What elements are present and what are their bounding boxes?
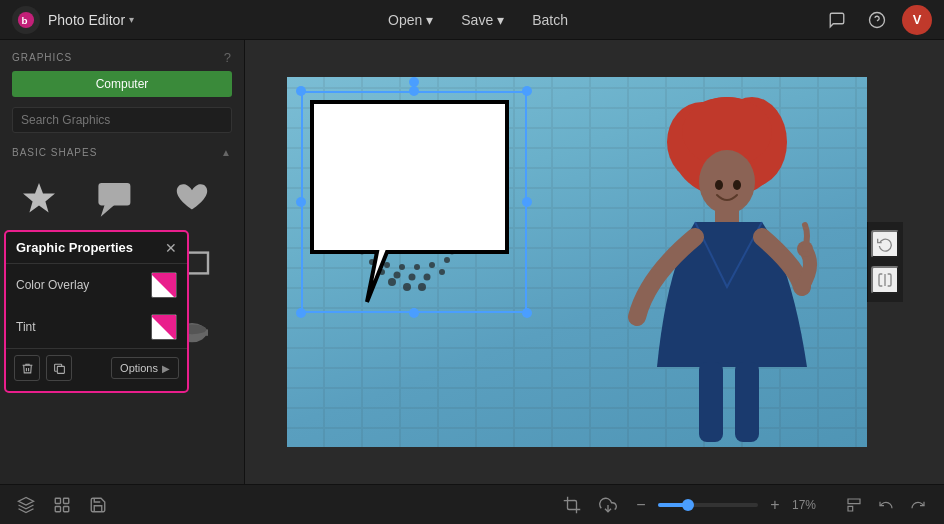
svg-point-24 bbox=[699, 150, 755, 214]
zoom-out-button[interactable]: − bbox=[630, 494, 652, 516]
app-title-text: Photo Editor bbox=[48, 12, 125, 28]
help-button[interactable] bbox=[862, 5, 892, 35]
graphic-properties-close[interactable]: ✕ bbox=[165, 241, 177, 255]
open-label: Open bbox=[388, 12, 422, 28]
svg-marker-5 bbox=[102, 205, 113, 215]
save-arrow: ▾ bbox=[497, 12, 504, 28]
graphics-section-title: GRAPHICS ? bbox=[0, 40, 244, 71]
tint-label: Tint bbox=[16, 320, 36, 334]
crop-button[interactable] bbox=[558, 491, 586, 519]
search-graphics-input[interactable] bbox=[12, 107, 232, 133]
save-button[interactable]: Save ▾ bbox=[451, 8, 514, 32]
bottom-bar: − + 17% bbox=[0, 484, 944, 524]
open-button[interactable]: Open ▾ bbox=[378, 8, 443, 32]
svg-point-30 bbox=[733, 180, 741, 190]
batch-label: Batch bbox=[532, 12, 568, 28]
svg-marker-3 bbox=[23, 183, 55, 213]
graphic-item-star[interactable] bbox=[8, 168, 70, 230]
selection-handles bbox=[301, 91, 527, 313]
computer-button[interactable]: Computer bbox=[12, 71, 232, 97]
open-arrow: ▾ bbox=[426, 12, 433, 28]
save-bottom-button[interactable] bbox=[84, 491, 112, 519]
basic-shapes-label: BASIC SHAPES bbox=[12, 147, 97, 158]
svg-marker-51 bbox=[19, 497, 34, 505]
right-sidebar bbox=[867, 222, 903, 302]
svg-rect-28 bbox=[735, 362, 759, 442]
woman-figure bbox=[547, 87, 847, 447]
comment-button[interactable] bbox=[822, 5, 852, 35]
user-initial: V bbox=[913, 12, 922, 27]
undo-button[interactable] bbox=[872, 491, 900, 519]
svg-rect-53 bbox=[64, 498, 69, 503]
options-arrow: ▶ bbox=[162, 363, 170, 374]
zoom-percent: 17% bbox=[792, 498, 824, 512]
save-label: Save bbox=[461, 12, 493, 28]
delete-graphic-button[interactable] bbox=[14, 355, 40, 381]
zoom-slider[interactable] bbox=[658, 503, 758, 507]
zoom-plus-label: + bbox=[770, 496, 779, 514]
computer-btn-label: Computer bbox=[96, 77, 149, 91]
rotate-ccw-button[interactable] bbox=[871, 230, 899, 258]
history-button[interactable] bbox=[48, 491, 76, 519]
svg-rect-27 bbox=[699, 362, 723, 442]
zoom-minus-label: − bbox=[636, 496, 645, 514]
aspect-ratio-button[interactable] bbox=[840, 491, 868, 519]
top-bar-right: V bbox=[822, 5, 932, 35]
canvas-area[interactable] bbox=[245, 40, 944, 484]
svg-point-29 bbox=[715, 180, 723, 190]
layers-button[interactable] bbox=[12, 491, 40, 519]
svg-rect-55 bbox=[64, 506, 69, 511]
export-button[interactable] bbox=[594, 491, 622, 519]
top-bar-center: Open ▾ Save ▾ Batch bbox=[134, 8, 822, 32]
main-content: GRAPHICS ? Computer BASIC SHAPES ▲ bbox=[0, 40, 944, 484]
svg-text:b: b bbox=[22, 14, 28, 25]
user-avatar[interactable]: V bbox=[902, 5, 932, 35]
basic-shapes-title: BASIC SHAPES ▲ bbox=[0, 141, 244, 164]
batch-button[interactable]: Batch bbox=[522, 8, 578, 32]
basic-shapes-chevron[interactable]: ▲ bbox=[221, 147, 232, 158]
graphic-properties-panel: Graphic Properties ✕ Color Overlay Tint bbox=[4, 230, 189, 393]
photo-background bbox=[287, 77, 867, 447]
redo-button[interactable] bbox=[904, 491, 932, 519]
options-label: Options bbox=[120, 362, 158, 374]
section-title-text: GRAPHICS bbox=[12, 52, 72, 63]
top-bar: b Photo Editor ▾ Open ▾ Save ▾ Batch bbox=[0, 0, 944, 40]
graphic-item-heart[interactable] bbox=[161, 168, 223, 230]
graphic-properties-title: Graphic Properties bbox=[16, 240, 133, 255]
svg-rect-19 bbox=[57, 366, 64, 373]
color-overlay-label: Color Overlay bbox=[16, 278, 89, 292]
color-overlay-swatch[interactable] bbox=[151, 272, 177, 298]
tint-row: Tint bbox=[6, 306, 187, 348]
zoom-controls: − + 17% bbox=[630, 494, 824, 516]
left-panel: GRAPHICS ? Computer BASIC SHAPES ▲ bbox=[0, 40, 245, 484]
duplicate-graphic-button[interactable] bbox=[46, 355, 72, 381]
graphic-item-speech-bubble[interactable] bbox=[85, 168, 147, 230]
graphic-properties-footer: Options ▶ bbox=[6, 348, 187, 387]
svg-point-2 bbox=[870, 12, 885, 27]
color-overlay-row: Color Overlay bbox=[6, 264, 187, 306]
zoom-in-button[interactable]: + bbox=[764, 494, 786, 516]
canvas-wrapper bbox=[287, 77, 867, 447]
bottom-right-buttons bbox=[840, 491, 932, 519]
help-icon[interactable]: ? bbox=[224, 50, 232, 65]
app-logo: b bbox=[12, 6, 40, 34]
svg-rect-4 bbox=[99, 184, 129, 205]
svg-rect-54 bbox=[55, 506, 60, 511]
tint-swatch[interactable] bbox=[151, 314, 177, 340]
options-button[interactable]: Options ▶ bbox=[111, 357, 179, 379]
graphic-properties-header: Graphic Properties ✕ bbox=[6, 232, 187, 264]
flip-button[interactable] bbox=[871, 266, 899, 294]
svg-rect-52 bbox=[55, 498, 60, 503]
app-title[interactable]: Photo Editor ▾ bbox=[48, 12, 134, 28]
